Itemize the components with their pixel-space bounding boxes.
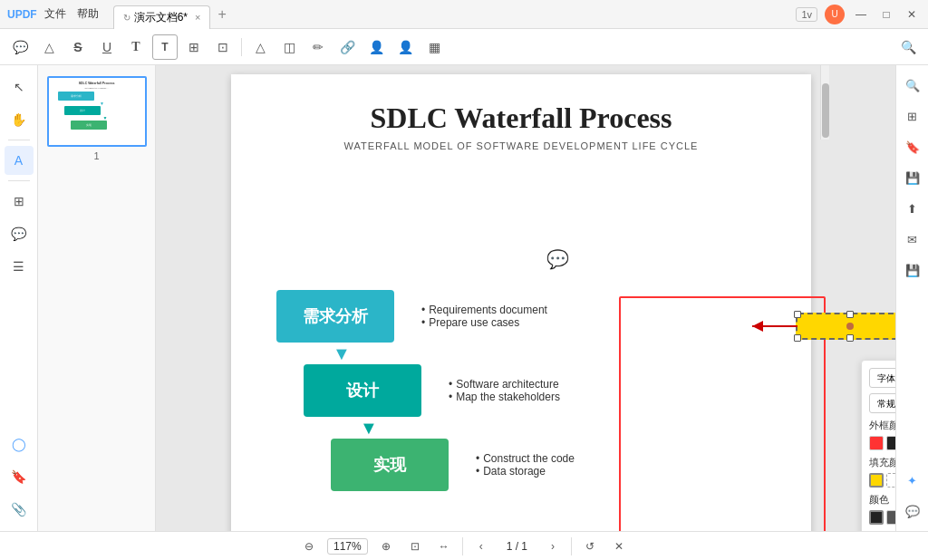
text-tool-icon[interactable]: T — [123, 34, 149, 60]
new-tab-button[interactable]: + — [210, 6, 233, 23]
sidebar-separator2 — [8, 180, 30, 181]
sidebar-separator — [8, 140, 30, 140]
maximize-button[interactable]: □ — [877, 5, 895, 24]
red-arrow — [748, 317, 802, 335]
border-color-black[interactable] — [886, 436, 895, 450]
shape-tool-icon[interactable]: △ — [36, 34, 62, 60]
step-3-bullet-2: •Data storage — [476, 465, 575, 478]
zoom-out-button[interactable]: ⊖ — [298, 536, 320, 557]
delete-button[interactable]: ✕ — [608, 536, 630, 557]
font-style-select[interactable]: 常规 — [869, 393, 895, 413]
document-subtitle: WATERFALL MODEL OF SOFTWARE DEVELOPMENT … — [231, 140, 811, 151]
text-color-label: 颜色 — [869, 493, 895, 507]
text-color-section: 颜色 — [869, 493, 895, 525]
sidebar-attach-icon[interactable]: 📎 — [5, 495, 34, 524]
yellow-text-box[interactable] — [796, 313, 895, 340]
minimize-button[interactable]: — — [852, 5, 870, 24]
sidebar-comment-icon[interactable]: 💬 — [5, 219, 34, 248]
scroll-thumb[interactable] — [822, 83, 829, 138]
sidebar-pages-icon[interactable]: ⊞ — [5, 187, 34, 216]
sidebar-edit-icon[interactable]: A — [5, 146, 34, 175]
search-icon[interactable]: 🔍 — [895, 34, 921, 60]
border-color-red[interactable] — [869, 436, 884, 450]
scroll-track[interactable] — [820, 65, 829, 140]
font-row: 字体 ▼ — [869, 368, 895, 388]
zoom-in-button[interactable]: ⊕ — [375, 536, 397, 557]
strikethrough-icon[interactable]: S — [65, 34, 91, 60]
sidebar-circle-icon[interactable]: ◯ — [5, 430, 34, 459]
next-page-button[interactable]: › — [542, 536, 564, 557]
bottom-sep — [462, 537, 463, 555]
canvas-area[interactable]: SDLC Waterfall Process WATERFALL MODEL O… — [156, 65, 895, 531]
handle-bl[interactable] — [794, 334, 801, 342]
right-comment-icon[interactable]: 💬 — [900, 498, 925, 524]
underline-icon[interactable]: U — [94, 34, 120, 60]
fit-page-button[interactable]: ⊡ — [404, 536, 426, 557]
tab-refresh-icon[interactable]: ↻ — [123, 13, 130, 23]
step-1-bullet-2: •Prepare use cases — [421, 316, 547, 329]
step-1-row: 需求分析 •Requirements document •Prepare use… — [276, 290, 793, 343]
floating-comment-icon[interactable]: 💬 — [546, 248, 569, 270]
right-search-icon[interactable]: 🔍 — [900, 72, 925, 98]
font-section: 字体 ▼ — [869, 368, 895, 388]
app-logo: UPDF — [7, 8, 37, 21]
right-upload-icon[interactable]: ⬆ — [900, 196, 925, 221]
handle-tc[interactable] — [846, 311, 854, 318]
toolbar-right: 🔍 — [895, 34, 921, 60]
page-canvas: SDLC Waterfall Process WATERFALL MODEL O… — [231, 74, 811, 531]
toolbar: 💬 △ S U T T ⊞ ⊡ △ ◫ ✏ 🔗 👤 👤 ▦ 🔍 — [0, 29, 928, 65]
menu-help[interactable]: 帮助 — [77, 6, 99, 22]
right-grid-icon[interactable]: ⊞ — [900, 103, 925, 129]
text-color-swatches — [869, 510, 895, 525]
fill-color-yellow[interactable] — [869, 473, 884, 488]
rotate-button[interactable]: ↺ — [579, 536, 601, 557]
sidebar-hand-icon[interactable]: ✋ — [5, 105, 34, 134]
font-family-select[interactable]: 字体 — [869, 368, 895, 388]
right-ai-icon[interactable]: ✦ — [900, 468, 925, 493]
prev-page-button[interactable]: ‹ — [470, 536, 492, 557]
right-sidebar: 🔍 ⊞ 🔖 💾 ⬆ ✉ 💾 ✦ 💬 — [895, 65, 928, 531]
user-icon[interactable]: 👤 — [363, 34, 389, 60]
sidebar-cursor-icon[interactable]: ↖ — [5, 72, 34, 101]
user2-icon[interactable]: 👤 — [392, 34, 418, 60]
comment-tool-icon[interactable]: 💬 — [7, 34, 33, 60]
table-icon[interactable]: ⊡ — [210, 34, 236, 60]
zoom-level-display[interactable]: 117% — [327, 538, 368, 555]
grid2-icon[interactable]: ▦ — [421, 34, 447, 60]
text-color-black[interactable] — [869, 510, 884, 525]
font-style-row: 常规 ▼ 9px ▼ — [869, 393, 895, 413]
text-tool2-icon[interactable]: T — [152, 34, 178, 60]
crop-icon[interactable]: ◫ — [276, 34, 302, 60]
right-save-icon[interactable]: 💾 — [900, 165, 925, 190]
step-1-box[interactable]: 需求分析 — [276, 290, 394, 343]
tab-close-button[interactable]: × — [195, 12, 200, 23]
handle-bc[interactable] — [846, 334, 854, 342]
thumbnail-image: SDLC Waterfall Process WATERFALL MODEL..… — [47, 76, 147, 147]
fill-color-transparent[interactable] — [886, 473, 895, 488]
waterfall-diagram: 需求分析 •Requirements document •Prepare use… — [276, 290, 793, 491]
thumbnail-panel: SDLC Waterfall Process WATERFALL MODEL..… — [38, 65, 156, 531]
right-mail-icon[interactable]: ✉ — [900, 227, 925, 252]
step-3-box[interactable]: 实现 — [331, 439, 449, 491]
pen-icon[interactable]: ✏ — [305, 34, 331, 60]
user-avatar[interactable]: U — [825, 5, 845, 24]
fill-color-section: 填充颜色 — [869, 456, 895, 488]
triangle-icon[interactable]: △ — [247, 34, 273, 60]
right-save2-icon[interactable]: 💾 — [900, 257, 925, 283]
sidebar-layers-icon[interactable]: ☰ — [5, 252, 34, 281]
menu-file[interactable]: 文件 — [44, 6, 66, 22]
window-controls: 1v U — □ ✕ — [796, 5, 921, 24]
fit-width-button[interactable]: ↔ — [433, 536, 455, 557]
link-icon[interactable]: 🔗 — [334, 34, 360, 60]
active-tab[interactable]: ↻ 演示文档6* × — [113, 5, 211, 29]
thumbnail-page-1[interactable]: SDLC Waterfall Process WATERFALL MODEL..… — [47, 76, 147, 161]
fill-color-swatches — [869, 473, 895, 488]
step-2-box[interactable]: 设计 — [304, 364, 421, 417]
right-bookmark-icon[interactable]: 🔖 — [900, 134, 925, 159]
text-color-gray[interactable] — [886, 510, 895, 525]
sidebar-bookmark-icon[interactable]: 🔖 — [5, 462, 34, 491]
center-handle[interactable] — [846, 323, 854, 330]
step-2-bullet-1: •Software architecture — [449, 378, 560, 391]
window-close-button[interactable]: ✕ — [903, 5, 921, 24]
grid-icon[interactable]: ⊞ — [181, 34, 207, 60]
